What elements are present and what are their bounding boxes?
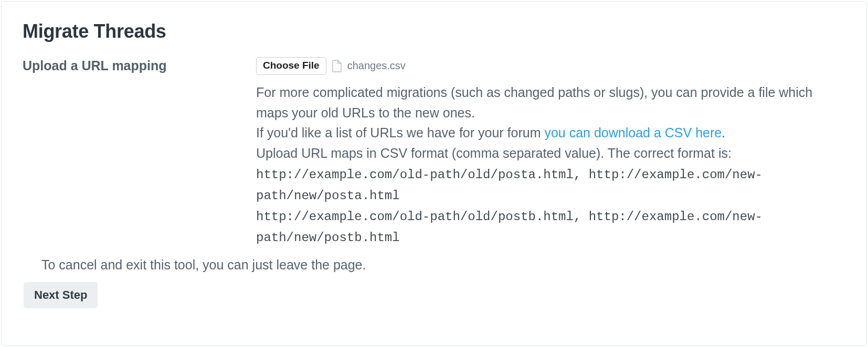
upload-row: Upload a URL mapping Choose File changes… [23, 57, 845, 248]
next-step-button[interactable]: Next Step [24, 282, 98, 308]
upload-description: For more complicated migrations (such as… [256, 82, 845, 248]
format-example-2: http://example.com/old-path/old/postb.ht… [256, 210, 763, 245]
file-icon [332, 60, 342, 72]
desc-line1: For more complicated migrations (such as… [256, 85, 812, 120]
upload-content: Choose File changes.csv For more complic… [256, 57, 845, 248]
upload-label: Upload a URL mapping [23, 58, 256, 73]
desc-line2-prefix: If you'd like a list of URLs we have for… [256, 125, 544, 140]
format-example-1: http://example.com/old-path/old/posta.ht… [256, 168, 763, 203]
period: . [722, 125, 725, 140]
desc-line3: Upload URL maps in CSV format (comma sep… [256, 146, 732, 160]
upload-label-col: Upload a URL mapping [23, 57, 256, 73]
download-csv-link[interactable]: you can download a CSV here [544, 125, 722, 140]
exit-hint: To cancel and exit this tool, you can ju… [41, 257, 845, 273]
choose-file-button[interactable]: Choose File [256, 57, 326, 75]
page-title: Migrate Threads [23, 20, 845, 42]
migrate-threads-card: Migrate Threads Upload a URL mapping Cho… [1, 1, 867, 346]
file-input-line: Choose File changes.csv [256, 57, 845, 75]
selected-file-name: changes.csv [347, 60, 406, 72]
